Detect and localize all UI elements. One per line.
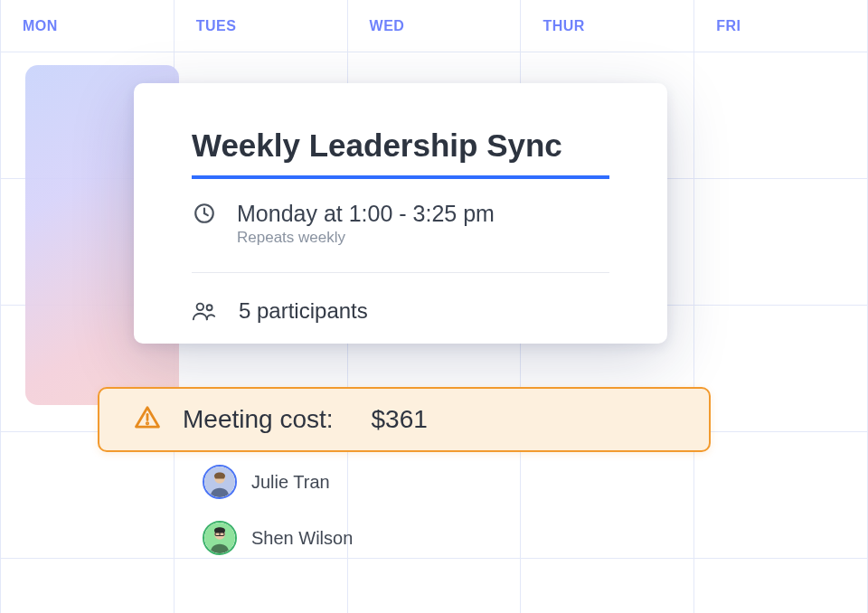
weekday-header-row: MON TUES WED THUR FRI (0, 0, 868, 52)
weekday-thu[interactable]: THUR (521, 0, 694, 52)
participants-count[interactable]: 5 participants (239, 298, 368, 324)
participant-row[interactable]: Julie Tran (203, 465, 353, 499)
calendar-cell[interactable] (521, 559, 694, 613)
calendar-cell[interactable] (694, 52, 868, 178)
event-detail-popover: Weekly Leadership Sync Monday at 1:00 - … (134, 83, 667, 344)
avatar (203, 521, 237, 555)
meeting-cost-label: Meeting cost: (183, 405, 334, 434)
participant-name: Shen Wilson (251, 528, 353, 549)
participants-summary-row: 5 participants (192, 298, 609, 324)
weekday-fri[interactable]: FRI (694, 0, 868, 52)
calendar-cell[interactable] (694, 306, 868, 431)
calendar-cell[interactable] (694, 179, 868, 305)
participants-list: Julie Tran Shen Wilson (203, 465, 353, 555)
svg-point-4 (146, 423, 148, 425)
calendar-cell[interactable] (175, 559, 348, 613)
participant-name: Julie Tran (251, 472, 330, 493)
calendar-cell[interactable] (694, 559, 868, 613)
participant-row[interactable]: Shen Wilson (203, 521, 353, 555)
event-time-row: Monday at 1:00 - 3:25 pm Repeats weekly (192, 201, 609, 247)
event-title[interactable]: Weekly Leadership Sync (192, 127, 609, 179)
weekday-wed[interactable]: WED (348, 0, 522, 52)
calendar-cell[interactable] (0, 559, 175, 613)
people-icon (192, 298, 217, 324)
meeting-cost-value: $361 (372, 405, 428, 434)
weekday-mon[interactable]: MON (0, 0, 175, 52)
divider (192, 272, 609, 273)
warning-triangle-icon (134, 404, 161, 435)
meeting-cost-banner: Meeting cost: $361 (98, 387, 711, 452)
clock-icon (192, 201, 217, 226)
calendar-cell[interactable] (348, 559, 522, 613)
calendar-cell[interactable] (694, 432, 868, 558)
event-time: Monday at 1:00 - 3:25 pm (237, 201, 609, 227)
event-recurrence: Repeats weekly (237, 229, 609, 247)
weekday-tue[interactable]: TUES (175, 0, 348, 52)
svg-point-2 (207, 305, 212, 310)
avatar (203, 465, 237, 499)
svg-point-1 (197, 304, 203, 310)
